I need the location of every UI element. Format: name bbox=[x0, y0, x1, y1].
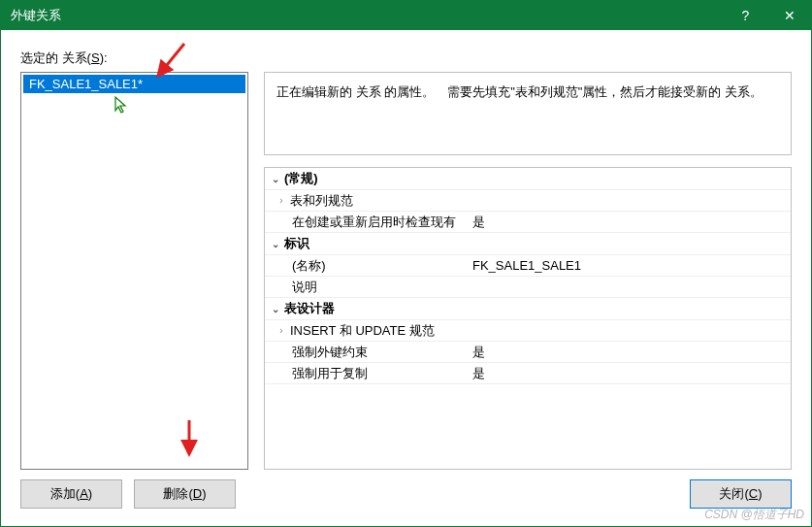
row-replication[interactable]: 强制用于复制 是 bbox=[265, 363, 791, 384]
description-box: 正在编辑新的 关系 的属性。 需要先填充"表和列规范"属性，然后才能接受新的 关… bbox=[264, 72, 792, 155]
row-name[interactable]: (名称) FK_SALE1_SALE1 bbox=[265, 255, 791, 277]
dialog-window: 外键关系 ? ✕ 选定的 关系(S): FK_SALE1_SALE1* 添加(A… bbox=[0, 0, 812, 527]
property-grid[interactable]: ⌄ (常规) › 表和列规范 在创建或重新启用时检查现有 是 ⌄ 标识 bbox=[264, 167, 792, 470]
group-identity[interactable]: ⌄ 标识 bbox=[265, 233, 791, 255]
help-button[interactable]: ? bbox=[724, 1, 767, 30]
row-insert-update[interactable]: › INSERT 和 UPDATE 规范 bbox=[265, 320, 791, 342]
close-button[interactable]: 关闭(C) bbox=[690, 479, 792, 509]
list-item[interactable]: FK_SALE1_SALE1* bbox=[23, 75, 245, 93]
chevron-down-icon[interactable]: ⌄ bbox=[269, 174, 282, 184]
delete-button[interactable]: 删除(D) bbox=[134, 479, 236, 509]
content-area: 选定的 关系(S): FK_SALE1_SALE1* 添加(A) 删除(D) 正… bbox=[1, 30, 811, 526]
relations-listbox[interactable]: FK_SALE1_SALE1* bbox=[20, 72, 248, 470]
prop-label: 表和列规范 bbox=[290, 192, 353, 210]
chevron-right-icon[interactable]: › bbox=[275, 325, 288, 336]
prop-value: 是 bbox=[469, 344, 791, 361]
group-general[interactable]: ⌄ (常规) bbox=[265, 168, 791, 190]
group-designer-label: 表设计器 bbox=[284, 300, 335, 317]
prop-value: 是 bbox=[469, 214, 791, 231]
footer-row: 关闭(C) bbox=[264, 479, 792, 509]
prop-value: 是 bbox=[469, 365, 791, 382]
prop-label: 说明 bbox=[265, 279, 469, 296]
row-description[interactable]: 说明 bbox=[265, 277, 791, 298]
group-general-label: (常规) bbox=[284, 170, 318, 187]
chevron-down-icon[interactable]: ⌄ bbox=[269, 239, 282, 249]
list-buttons-row: 添加(A) 删除(D) bbox=[20, 479, 248, 509]
prop-label: 在创建或重新启用时检查现有 bbox=[265, 214, 469, 231]
right-column: 正在编辑新的 关系 的属性。 需要先填充"表和列规范"属性，然后才能接受新的 关… bbox=[264, 72, 792, 509]
prop-label: 强制外键约束 bbox=[265, 344, 469, 361]
chevron-down-icon[interactable]: ⌄ bbox=[269, 304, 282, 314]
prop-value: FK_SALE1_SALE1 bbox=[469, 258, 791, 273]
group-identity-label: 标识 bbox=[284, 235, 309, 252]
add-button[interactable]: 添加(A) bbox=[20, 479, 122, 509]
selected-relations-label: 选定的 关系(S): bbox=[20, 49, 792, 67]
prop-label: (名称) bbox=[265, 257, 469, 275]
prop-label: 强制用于复制 bbox=[265, 365, 469, 382]
window-title: 外键关系 bbox=[11, 7, 724, 24]
left-column: FK_SALE1_SALE1* 添加(A) 删除(D) bbox=[20, 72, 248, 509]
main-row: FK_SALE1_SALE1* 添加(A) 删除(D) 正在编辑新的 关系 的属… bbox=[20, 72, 792, 509]
titlebar: 外键关系 ? ✕ bbox=[1, 1, 811, 30]
row-table-column-spec[interactable]: › 表和列规范 bbox=[265, 190, 791, 212]
row-enforce-fk[interactable]: 强制外键约束 是 bbox=[265, 342, 791, 363]
group-designer[interactable]: ⌄ 表设计器 bbox=[265, 298, 791, 320]
row-check-existing[interactable]: 在创建或重新启用时检查现有 是 bbox=[265, 212, 791, 233]
prop-label: INSERT 和 UPDATE 规范 bbox=[290, 322, 435, 340]
chevron-right-icon[interactable]: › bbox=[275, 195, 288, 206]
close-window-button[interactable]: ✕ bbox=[767, 1, 811, 30]
